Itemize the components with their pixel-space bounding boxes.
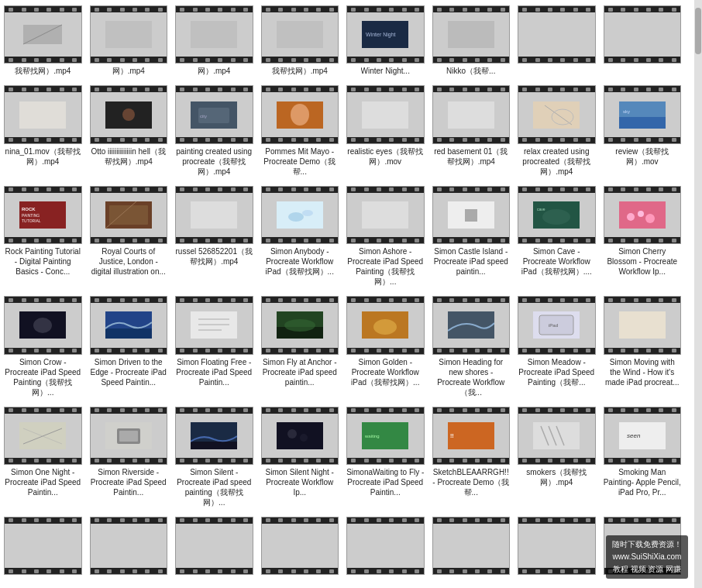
file-item-r1c7[interactable]: skyreview（我帮找网）.mov xyxy=(601,83,684,178)
file-item-r2c1[interactable]: Royal Courts of Justice, London - digita… xyxy=(88,184,170,289)
svg-text:TUTORIAL: TUTORIAL xyxy=(22,218,41,223)
file-item-r3c1[interactable]: Simon Driven to the Edge - Procreate iPa… xyxy=(88,294,170,399)
file-item-r1c0[interactable]: nina_01.mov（我帮找网）.mp4 xyxy=(2,83,84,178)
file-label-r0c3: 我帮找网）.mp4 xyxy=(272,66,328,76)
file-item-r1c3[interactable]: Pommes Mit Mayo - Procreate Demo（我帮... xyxy=(259,83,342,178)
file-item-r3c0[interactable]: Simon Crow - Procreate iPad Speed Painti… xyxy=(2,294,84,399)
file-item-r3c3[interactable]: Simon Fly at Anchor - Procreate iPad spe… xyxy=(259,294,342,399)
svg-rect-64 xyxy=(619,311,666,339)
file-item-r5c2[interactable] xyxy=(173,514,256,579)
file-label-r2c3: Simon Anybody - Procreate Workflow iPad（… xyxy=(261,246,339,277)
file-item-r1c5[interactable]: red basement 01（我帮找网）.mp4 xyxy=(430,83,513,178)
file-item-r0c3[interactable]: 我帮找网）.mp4 xyxy=(259,3,342,78)
file-item-r2c5[interactable]: Simon Castle Island - Procreate iPad spe… xyxy=(430,184,513,289)
grid-row-3: Simon Crow - Procreate iPad Speed Painti… xyxy=(2,292,683,401)
file-label-r3c0: Simon Crow - Procreate iPad Speed Painti… xyxy=(4,357,82,397)
file-label-r0c2: 网）.mp4 xyxy=(198,66,230,76)
file-item-r0c5[interactable]: Nikko（我帮... xyxy=(430,3,513,78)
file-label-r1c2: painting created using procreate（我帮找网）.m… xyxy=(175,146,253,177)
file-item-r0c1[interactable]: 网）.mp4 xyxy=(88,3,170,78)
svg-rect-18 xyxy=(362,101,408,129)
file-label-r1c7: review（我帮找网）.mov xyxy=(604,146,682,167)
svg-text:cave: cave xyxy=(537,207,545,211)
svg-text:!!: !! xyxy=(450,433,454,438)
file-label-r4c3: Simon Silent Night - Procreate Workflow … xyxy=(261,467,339,497)
file-item-r0c2[interactable]: 网）.mp4 xyxy=(173,3,256,78)
file-item-r5c6[interactable] xyxy=(515,514,598,579)
svg-rect-7 xyxy=(448,21,494,48)
file-item-r1c6[interactable]: relax created using procreated（我帮找网）.mp4 xyxy=(515,83,598,178)
file-label-r2c6: Simon Cave - Procreate Workflow iPad（我帮找… xyxy=(518,246,596,277)
file-item-r1c4[interactable]: realistic eyes（我帮找网）.mov xyxy=(344,83,427,178)
scrollbar-thumb[interactable] xyxy=(695,8,701,54)
file-item-r5c0[interactable] xyxy=(2,514,84,579)
file-item-r2c6[interactable]: caveSimon Cave - Procreate Workflow iPad… xyxy=(515,184,598,289)
svg-rect-37 xyxy=(362,201,408,229)
file-item-r3c2[interactable]: Simon Floating Free - Procreate iPad Spe… xyxy=(173,294,256,399)
file-label-r2c4: Simon Ashore - Procreate iPad Speed Pain… xyxy=(346,246,425,287)
watermark: 随时下载免费资源！ www.SuiShiXia.com 教程 视频 资源 网赚 xyxy=(606,535,688,579)
file-item-r5c4[interactable] xyxy=(344,514,427,579)
file-item-r3c4[interactable]: Simon Golden - Procreate Workflow iPad（我… xyxy=(344,294,427,399)
file-label-r4c0: Simon One Night - Procreate iPad Speed P… xyxy=(4,467,82,497)
file-item-r1c2[interactable]: citypainting created using procreate（我帮找… xyxy=(173,83,256,178)
svg-point-41 xyxy=(542,209,570,225)
file-item-r0c0[interactable]: 我帮找网）.mp4 xyxy=(2,3,84,78)
file-item-r0c4[interactable]: Winter NightWinter Night... xyxy=(344,3,427,78)
svg-text:ROCK: ROCK xyxy=(22,207,36,211)
file-label-r3c3: Simon Fly at Anchor - Procreate iPad spe… xyxy=(261,357,339,387)
svg-rect-72 xyxy=(191,442,237,449)
file-item-r3c5[interactable]: Simon Heading for new shores - Procreate… xyxy=(430,294,513,399)
svg-rect-2 xyxy=(105,21,152,48)
file-item-r5c1[interactable] xyxy=(88,514,170,579)
file-item-r2c7[interactable]: Simon Cherry Blossom - Procreate Workflo… xyxy=(601,184,684,289)
file-item-r3c6[interactable]: iPadSimon Meadow - Procreate iPad Speed … xyxy=(515,294,598,399)
watermark-line1: 随时下载免费资源！ xyxy=(612,538,682,551)
svg-rect-8 xyxy=(533,21,580,48)
svg-point-44 xyxy=(627,213,635,221)
file-item-r3c7[interactable]: Simon Moving with the Wind - How it's ma… xyxy=(601,294,684,399)
grid-row-0: 我帮找网）.mp4网）.mp4网）.mp4我帮找网）.mp4Winter Nig… xyxy=(2,2,683,80)
svg-rect-87 xyxy=(105,532,152,559)
svg-rect-39 xyxy=(465,209,477,222)
file-item-r4c1[interactable]: Simon Riverside - Procreate iPad Speed P… xyxy=(88,404,170,510)
svg-rect-91 xyxy=(448,532,494,559)
file-item-r5c5[interactable] xyxy=(430,514,513,579)
svg-point-36 xyxy=(302,210,313,216)
file-item-r4c6[interactable]: smokers（我帮找网）.mp4 xyxy=(515,404,598,510)
file-item-r4c7[interactable]: seenSmoking Man Painting- Apple Pencil, … xyxy=(601,404,684,510)
watermark-line2: www.SuiShiXia.com xyxy=(612,551,682,563)
file-label-r1c4: realistic eyes（我帮找网）.mov xyxy=(346,146,425,167)
svg-point-46 xyxy=(645,214,655,223)
file-item-r2c4[interactable]: Simon Ashore - Procreate iPad Speed Pain… xyxy=(344,184,427,289)
svg-point-45 xyxy=(638,211,644,217)
grid-row-1: nina_01.mov（我帮找网）.mp4Otto iiiiiiiiiiiiii… xyxy=(2,81,683,180)
file-label-r1c3: Pommes Mit Mayo - Procreate Demo（我帮... xyxy=(261,146,339,177)
file-item-r2c2[interactable]: russel 526852201（我帮找网）.mp4 xyxy=(173,184,256,289)
file-label-r4c2: Simon Silent - Procreate iPad speed pain… xyxy=(175,467,253,507)
svg-rect-88 xyxy=(191,532,237,559)
file-item-r4c5[interactable]: !!SketchBLEAARRGH!! - Procreate Demo（我帮.… xyxy=(430,404,513,510)
file-label-r0c5: Nikko（我帮... xyxy=(446,66,495,76)
file-item-r4c4[interactable]: waitingSimonaWaiting to Fly - Procreate … xyxy=(344,404,427,510)
file-item-r1c1[interactable]: Otto iiiiiiiiiiiiiin hell（我帮找网）.mp4 xyxy=(88,83,170,178)
grid-row-5 xyxy=(2,513,683,581)
svg-rect-50 xyxy=(105,328,152,339)
svg-text:city: city xyxy=(200,114,207,119)
file-item-r4c3[interactable]: Simon Silent Night - Procreate Workflow … xyxy=(259,404,342,510)
file-item-r4c2[interactable]: Simon Silent - Procreate iPad speed pain… xyxy=(173,404,256,510)
file-label-r4c6: smokers（我帮找网）.mp4 xyxy=(518,467,596,487)
svg-rect-19 xyxy=(448,101,494,129)
scrollbar[interactable] xyxy=(694,0,702,588)
svg-point-74 xyxy=(287,429,297,438)
file-item-r2c3[interactable]: Simon Anybody - Procreate Workflow iPad（… xyxy=(259,184,342,289)
file-item-r4c0[interactable]: Simon One Night - Procreate iPad Speed P… xyxy=(2,404,84,510)
svg-rect-33 xyxy=(191,201,237,229)
file-item-r0c7[interactable] xyxy=(601,3,684,78)
file-item-r5c3[interactable] xyxy=(259,514,342,579)
file-item-r2c0[interactable]: ROCKPAINTINGTUTORIALRock Painting Tutori… xyxy=(2,184,84,289)
file-label-r2c5: Simon Castle Island - Procreate iPad spe… xyxy=(432,246,511,277)
file-item-r0c6[interactable] xyxy=(515,3,598,78)
svg-point-17 xyxy=(291,104,309,126)
file-label-r0c4: Winter Night... xyxy=(361,66,410,76)
